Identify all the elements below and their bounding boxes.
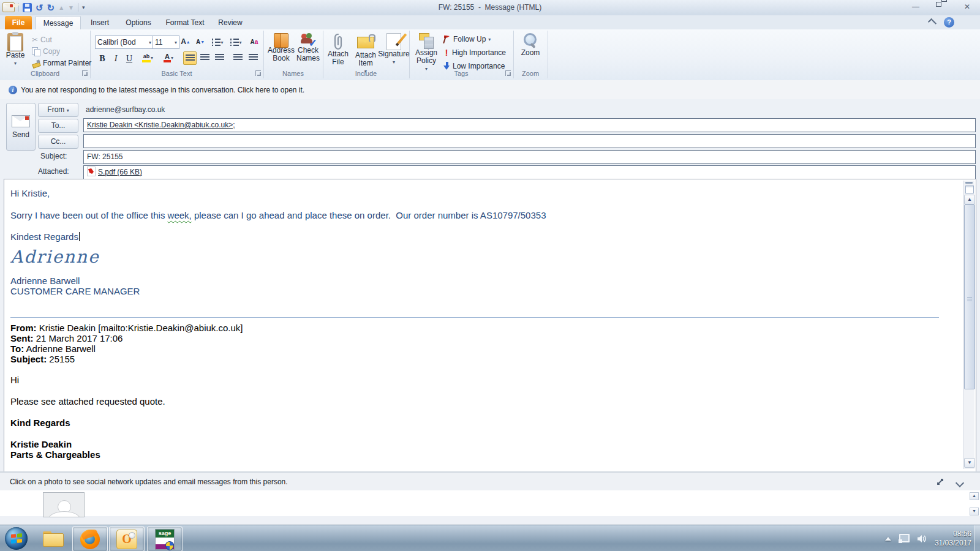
copy-button[interactable]: Copy (32, 47, 60, 56)
restore-button[interactable] (933, 2, 949, 12)
text-highlight-button[interactable]: ab▾ (141, 51, 154, 64)
info-bar-text[interactable]: You are not responding to the latest mes… (21, 86, 304, 94)
align-left-button[interactable] (183, 51, 197, 65)
tab-file[interactable]: File (5, 16, 32, 29)
windows-logo-icon (11, 533, 22, 544)
quoted-to: To: Adrienne Barwell (10, 343, 929, 354)
numbering-button[interactable]: ▾ (230, 36, 242, 48)
address-book-button[interactable]: Address Book (267, 33, 295, 62)
font-size-combobox[interactable]: 11▾ (153, 36, 179, 49)
body-content[interactable]: Hi Kristie, Sorry I have been out of the… (10, 179, 929, 460)
basic-text-dialog-launcher-icon[interactable] (255, 70, 261, 76)
volume-icon[interactable] (917, 534, 927, 544)
paste-button[interactable]: Paste ▾ (2, 33, 28, 67)
ribbon-group-basic-text: Calibri (Bod▾ 11▾ A▲ A▼ ▾ ▾ Aa B I U ab▾… (90, 31, 264, 78)
taskbar-item-sage[interactable]: sage (147, 527, 183, 551)
tab-format-text[interactable]: Format Text (160, 16, 209, 29)
quoted-from: From: Kristie Deakin [mailto:Kristie.Dea… (10, 323, 929, 333)
clipboard-dialog-launcher-icon[interactable] (82, 70, 88, 76)
body-paragraph: Sorry I have been out of the office this… (10, 210, 929, 220)
to-field[interactable]: Kristie Deakin <Kristie.Deakin@abiuk.co.… (83, 118, 976, 132)
clear-formatting-button[interactable]: Aa (248, 36, 260, 48)
help-icon[interactable]: ? (944, 17, 954, 28)
taskbar-item-explorer[interactable] (36, 527, 70, 550)
zoom-button[interactable]: Zoom (518, 33, 543, 57)
send-button[interactable]: Send (6, 103, 36, 151)
increase-indent-button[interactable] (247, 51, 259, 64)
split-handle[interactable] (965, 182, 973, 184)
cut-button[interactable]: ✂ Cut (32, 36, 52, 44)
taskbar-item-outlook[interactable]: O (109, 527, 145, 551)
taskbar-item-firefox[interactable] (72, 527, 108, 551)
align-right-button[interactable] (213, 51, 225, 64)
scrollbar-thumb[interactable] (964, 204, 975, 389)
copy-icon (32, 47, 40, 56)
group-label-tags: Tags (409, 70, 513, 77)
quoted-hi: Hi (10, 375, 929, 385)
tags-dialog-launcher-icon[interactable] (505, 70, 511, 76)
font-name-combobox[interactable]: Calibri (Bod▾ (95, 36, 154, 49)
to-recipient[interactable]: Kristie Deakin <Kristie.Deakin@abiuk.co.… (87, 121, 235, 129)
contact-photo-placeholder[interactable] (43, 492, 85, 517)
subject-field[interactable]: FW: 25155 (83, 150, 976, 164)
ribbon-group-names: Address Book ✓ Check Names Names (263, 31, 323, 78)
show-desktop-button[interactable] (974, 525, 980, 551)
high-importance-button[interactable]: ! High Importance (443, 48, 506, 57)
paste-icon (7, 33, 23, 51)
network-icon[interactable] (899, 534, 910, 543)
follow-up-button[interactable]: Follow Up ▾ (443, 35, 491, 43)
conversation-info-bar[interactable]: i You are not responding to the latest m… (0, 80, 980, 100)
assign-policy-button[interactable]: Assign Policy ▾ (413, 33, 440, 73)
attached-field[interactable]: S.pdf (66 KB) (83, 165, 976, 179)
check-names-button[interactable]: ✓ Check Names (295, 33, 321, 62)
show-hidden-icons-icon[interactable] (885, 537, 891, 541)
from-value: adrienne@surfbay.co.uk (86, 105, 165, 114)
to-button[interactable]: To... (38, 119, 78, 133)
group-label-names: Names (263, 70, 323, 77)
scroll-up-icon[interactable]: ▲ (970, 492, 979, 500)
bullets-button[interactable]: ▾ (211, 36, 224, 48)
close-button[interactable]: ✕ (959, 2, 975, 12)
cc-field[interactable] (83, 134, 976, 148)
minimize-button[interactable]: — (908, 2, 924, 12)
ruler-toggle-icon[interactable] (965, 186, 974, 193)
attach-item-button[interactable]: Attach Item ▾ (352, 33, 379, 75)
grow-font-button[interactable]: A▲ (179, 36, 192, 48)
people-pane-photos: ▲ ▼ (0, 490, 980, 516)
tab-message[interactable]: Message (36, 16, 81, 30)
from-button[interactable]: From ▾ (38, 103, 78, 117)
tab-options[interactable]: Options (120, 16, 157, 29)
collapse-ribbon-icon[interactable] (928, 18, 937, 27)
attach-file-button[interactable]: Attach File (325, 33, 351, 66)
ribbon-group-clipboard: Paste ▾ ✂ Cut Copy Format Painter Clipbo… (0, 31, 91, 78)
font-color-button[interactable]: A▾ (162, 51, 175, 64)
signature-button[interactable]: Signature ▾ (380, 33, 407, 66)
tab-review[interactable]: Review (213, 16, 247, 29)
body-scrollbar[interactable]: ▲ ▼ (963, 181, 974, 469)
ribbon-group-zoom: Zoom Zoom (513, 31, 548, 78)
scroll-down-icon[interactable]: ▼ (964, 458, 975, 468)
cc-button[interactable]: Cc... (38, 135, 78, 149)
signature-name: Adrienne Barwell (10, 276, 929, 286)
format-painter-button[interactable]: Format Painter (32, 59, 91, 67)
message-body[interactable]: Hi Kristie, Sorry I have been out of the… (4, 179, 976, 472)
attachment-link[interactable]: S.pdf (66 KB) (98, 168, 142, 176)
taskbar-clock[interactable]: 08:56 31/03/2017 (935, 530, 971, 548)
tab-insert[interactable]: Insert (85, 16, 115, 29)
decrease-indent-button[interactable] (232, 51, 244, 64)
align-center-button[interactable] (198, 51, 211, 64)
people-pane-chevron-icon[interactable] (956, 479, 964, 487)
underline-button[interactable]: U (123, 53, 135, 65)
italic-button[interactable]: I (110, 53, 122, 65)
body-closing: Kindest Regards (10, 231, 929, 242)
start-button[interactable] (5, 527, 28, 550)
title-bar: ↺ ↻ ▲ ▼ ▾ FW: 25155 - Message (HTML) — ✕ (0, 0, 980, 16)
low-importance-button[interactable]: Low Importance (443, 62, 505, 70)
people-pane-scrollbar[interactable]: ▲ ▼ (970, 492, 978, 515)
scroll-down-icon[interactable]: ▼ (970, 508, 979, 515)
shrink-font-button[interactable]: A▼ (194, 36, 206, 48)
bold-button[interactable]: B (96, 53, 108, 65)
expand-people-pane-icon[interactable] (936, 478, 944, 486)
quoted-regards: Kind Regards (10, 418, 929, 428)
scroll-up-icon[interactable]: ▲ (964, 195, 975, 204)
